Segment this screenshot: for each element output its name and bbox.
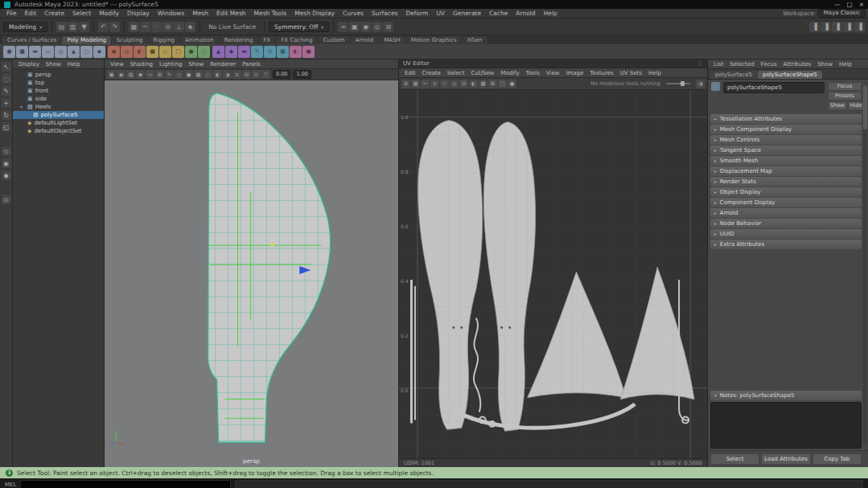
menu-set-dropdown[interactable]: Modeling▾ [3, 22, 47, 32]
menu-item[interactable]: Select [68, 10, 95, 17]
attribute-section-header[interactable]: ▸ Smooth Mesh [710, 156, 862, 166]
outliner-item-persp[interactable]: ▣ persp [13, 71, 104, 79]
uv-editor-menu-item[interactable]: Tools [523, 70, 543, 76]
snap-point-icon[interactable]: ◦ [151, 22, 162, 32]
sculpt-icon[interactable]: ● [302, 46, 315, 58]
attribute-editor-menu-item[interactable]: Selected [726, 61, 757, 68]
show-button[interactable]: Show [828, 101, 847, 110]
menu-item[interactable]: Create [40, 10, 68, 17]
make-live-icon[interactable]: ◈ [185, 22, 195, 32]
humanik-toggle-icon[interactable]: ▐ [821, 22, 831, 32]
grease-pencil-icon[interactable]: ✎ [165, 70, 174, 79]
uv-editor-menu-item[interactable]: Create [419, 70, 444, 76]
focus-button[interactable]: Focus [828, 82, 862, 91]
uv-grid-snap-icon[interactable]: ⊠ [488, 80, 497, 88]
attribute-section-header[interactable]: ▸ Node Behavior [710, 219, 862, 228]
uv-shell-sole-left[interactable] [528, 272, 627, 398]
occlusion-icon[interactable]: ◑ [223, 70, 232, 79]
attribute-section-header[interactable]: ▸ Render Stats [710, 177, 862, 187]
outliner-menu-item[interactable]: Show [43, 61, 64, 68]
snap-grid-icon[interactable]: ▦ [129, 22, 139, 32]
multi-cut-icon[interactable]: ✎ [251, 46, 263, 58]
uv-lattice-icon[interactable]: ▦ [411, 80, 420, 88]
uv-shell-leg-right[interactable] [483, 122, 535, 432]
menu-item[interactable]: UV [432, 10, 449, 17]
open-render-view-icon[interactable]: ▣ [349, 22, 360, 32]
menu-item[interactable]: File [2, 10, 21, 17]
heel-mesh[interactable] [208, 93, 331, 442]
attribute-editor-toggle-icon[interactable]: ▐ [832, 22, 842, 32]
uv-editor-menu-item[interactable]: View [543, 70, 563, 76]
select-button[interactable]: Select [710, 453, 759, 465]
menu-item[interactable]: Surfaces [368, 10, 401, 17]
menu-item[interactable]: Mesh Tools [250, 10, 291, 17]
attribute-section-header[interactable]: ▸ UUID [710, 229, 862, 239]
shelf-icon[interactable] [106, 46, 107, 58]
rotate-tool-icon[interactable]: ↻ [2, 110, 11, 120]
motion-blur-icon[interactable]: ≡ [232, 70, 241, 79]
snap-projected-center-icon[interactable]: ⊙ [162, 22, 173, 32]
new-scene-icon[interactable]: ▤ [56, 22, 67, 32]
outliner-menu-item[interactable]: Help [64, 61, 84, 68]
shelf-tab[interactable]: Sculpting [112, 36, 148, 44]
poly-torus-icon[interactable]: ◎ [55, 46, 67, 58]
lock-camera-icon[interactable]: ◉ [117, 70, 125, 79]
maximize-button[interactable]: □ [847, 1, 853, 8]
menu-item[interactable]: Curves [339, 10, 368, 17]
fill-hole-icon[interactable]: ○ [198, 46, 210, 58]
attribute-section-header[interactable]: ▸ Arnold [710, 208, 862, 218]
tool-icon[interactable] [6, 182, 6, 192]
attribute-editor-menu-item[interactable]: Help [836, 61, 855, 68]
uv-distortion-icon[interactable]: ◐ [469, 80, 478, 88]
uv-checker-icon[interactable]: ▩ [479, 80, 487, 88]
viewport-canvas[interactable]: persp [105, 80, 398, 467]
uv-sew-icon[interactable]: ≡ [430, 80, 439, 88]
poly-disc-icon[interactable]: ○ [80, 46, 93, 58]
uv-layout-icon[interactable]: ⊟ [459, 80, 468, 88]
attribute-section-header[interactable]: ▸ Tangent Space [710, 146, 862, 155]
uv-shell-sole-right[interactable] [620, 267, 694, 400]
mirror-icon[interactable]: ◐ [290, 46, 302, 58]
attribute-editor-scrollbar[interactable] [863, 84, 867, 443]
snap-curve-icon[interactable]: ~ [140, 22, 150, 32]
poly-cylinder-icon[interactable]: ▬ [29, 46, 41, 58]
scale-tool-icon[interactable]: ◱ [2, 122, 11, 132]
extrude-icon[interactable]: ▲ [212, 46, 224, 58]
viewport-menu-item[interactable]: Renderer [207, 61, 239, 68]
menu-item[interactable]: Mesh Display [290, 10, 339, 17]
shelf-tab[interactable]: Curves / Surfaces [2, 36, 61, 44]
outliner-item-defaultobjectset[interactable]: ◈ defaultObjectSet [13, 127, 104, 135]
shelf-tab[interactable]: Animation [180, 36, 219, 44]
poly-sphere-icon[interactable]: ● [3, 46, 15, 58]
camera-attributes-icon[interactable]: ▤ [126, 70, 135, 79]
shadows-icon[interactable]: ◐ [213, 70, 222, 79]
uv-editor-menu-item[interactable]: UV Sets [617, 70, 645, 76]
tool-icon[interactable] [6, 134, 6, 144]
poly-plane-icon[interactable]: ▭ [42, 46, 54, 58]
uv-editor-menu-item[interactable]: Help [645, 70, 664, 76]
uv-unfold-icon[interactable]: ◇ [440, 80, 449, 88]
viewport-menu-item[interactable]: Panels [239, 61, 264, 68]
attribute-section-header[interactable]: ▸ Object Display [710, 187, 862, 197]
menu-item[interactable]: Edit [21, 10, 41, 17]
combine-icon[interactable]: ■ [146, 46, 158, 58]
attribute-section-header[interactable]: ▸ Extra Attributes [710, 240, 862, 249]
open-scene-icon[interactable]: ▥ [68, 22, 78, 32]
xray-icon[interactable]: ▽ [261, 70, 270, 79]
uv-pixel-snap-icon[interactable]: □ [498, 80, 507, 88]
panel-menu-icon[interactable]: ⋮ [697, 60, 703, 67]
attribute-editor-menu-item[interactable]: Attributes [780, 61, 815, 68]
command-line-input[interactable] [20, 480, 231, 488]
lights-icon[interactable]: ○ [204, 70, 212, 79]
minimize-button[interactable]: — [834, 1, 841, 8]
boolean-union-icon[interactable]: ◉ [108, 46, 120, 58]
attribute-editor-menu-item[interactable]: List [710, 61, 726, 68]
snap-view-plane-icon[interactable]: ⊥ [174, 22, 184, 32]
shelf-tab[interactable]: MASH [379, 36, 405, 44]
uv-cut-icon[interactable]: ✂ [421, 80, 430, 88]
render-current-frame-icon[interactable]: ◉ [360, 22, 371, 32]
uv-shell-strips[interactable] [410, 280, 416, 423]
uv-editor-menu-item[interactable]: Modify [497, 70, 522, 76]
gamma-field[interactable]: 1.00 [293, 70, 311, 79]
menu-item[interactable]: Arnold [512, 10, 539, 17]
